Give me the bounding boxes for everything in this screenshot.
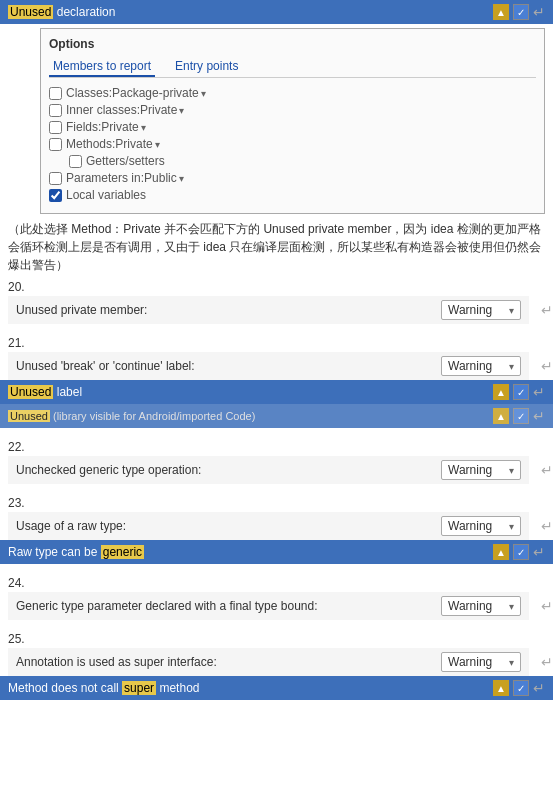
inspection-row-21-container: Unused 'break' or 'continue' label: Warn… <box>0 352 553 380</box>
declaration-text: declaration <box>57 5 116 19</box>
num-23: 23. <box>8 496 545 510</box>
checkbox-local-vars-input[interactable] <box>49 189 62 202</box>
checkbox-inner-classes-input[interactable] <box>49 104 62 117</box>
super-method-icons: ▲ ✓ <box>493 680 529 696</box>
fields-dropdown-arrow[interactable]: ▾ <box>141 122 146 133</box>
severity-select-24[interactable]: Warning ▾ <box>441 596 521 616</box>
warning-icon: ▲ <box>493 4 509 20</box>
checkbox-parameters: Parameters in:Public ▾ <box>49 171 536 185</box>
note-text: （此处选择 Method：Private 并不会匹配下方的 Unused pri… <box>8 220 545 274</box>
num-21: 21. <box>8 336 545 350</box>
inner-classes-dropdown-arrow[interactable]: ▾ <box>179 105 184 116</box>
checkbox-methods-label: Methods:Private ▾ <box>66 137 160 151</box>
options-tabs: Members to report Entry points <box>49 57 536 78</box>
inspection-label-25: Annotation is used as super interface: <box>16 655 441 669</box>
checkbox-fields: Fields:Private ▾ <box>49 120 536 134</box>
severity-arrow-23: ▾ <box>509 521 514 532</box>
severity-select-22[interactable]: Warning ▾ <box>441 460 521 480</box>
super-method-text: Method does not call super method <box>8 681 493 695</box>
checkbox-classes: Classes:Package-private ▾ <box>49 86 536 100</box>
num-22: 22. <box>8 440 545 454</box>
checkbox-getters-label: Getters/setters <box>86 154 165 168</box>
checkbox-classes-label: Classes:Package-private ▾ <box>66 86 206 100</box>
severity-value-21: Warning <box>448 359 492 373</box>
unused-label-text: Unused label <box>8 385 493 399</box>
enter-20: ↵ <box>541 302 553 318</box>
severity-select-23[interactable]: Warning ▾ <box>441 516 521 536</box>
inspection-row-23: Usage of a raw type: Warning ▾ <box>8 512 529 540</box>
parameters-dropdown-arrow[interactable]: ▾ <box>179 173 184 184</box>
super-prefix: Method does not call <box>8 681 122 695</box>
unused-highlight: Unused <box>8 5 53 19</box>
enter-25: ↵ <box>541 654 553 670</box>
inspection-row-24-container: Generic type parameter declared with a f… <box>0 592 553 620</box>
inspection-row-24: Generic type parameter declared with a f… <box>8 592 529 620</box>
tab-entry-points[interactable]: Entry points <box>171 57 242 77</box>
raw-type-icons: ▲ ✓ <box>493 544 529 560</box>
inspection-row-25: Annotation is used as super interface: W… <box>8 648 529 676</box>
warning-icon-3: ▲ <box>493 544 509 560</box>
enter-symbol-4: ↵ <box>533 680 545 696</box>
options-box: Options Members to report Entry points C… <box>40 28 545 214</box>
unused-sub-row: Unused (library visible for Android/impo… <box>0 404 553 428</box>
checkbox-fields-input[interactable] <box>49 121 62 134</box>
enter-21: ↵ <box>541 358 553 374</box>
checkbox-parameters-input[interactable] <box>49 172 62 185</box>
severity-select-21[interactable]: Warning ▾ <box>441 356 521 376</box>
warning-icon-4: ▲ <box>493 680 509 696</box>
methods-dropdown-arrow[interactable]: ▾ <box>155 139 160 150</box>
checkbox-local-vars: Local variables <box>49 188 536 202</box>
num-25: 25. <box>8 632 545 646</box>
severity-arrow-22: ▾ <box>509 465 514 476</box>
inspection-label-22: Unchecked generic type operation: <box>16 463 441 477</box>
severity-value-20: Warning <box>448 303 492 317</box>
inspection-row-20-container: Unused private member: Warning ▾ ↵ <box>0 296 553 324</box>
options-title: Options <box>49 37 536 51</box>
severity-value-25: Warning <box>448 655 492 669</box>
checkbox-classes-input[interactable] <box>49 87 62 100</box>
inspection-row-20: Unused private member: Warning ▾ <box>8 296 529 324</box>
warning-icon-sub: ▲ <box>493 408 509 424</box>
super-highlight: super <box>122 681 156 695</box>
enter-symbol: ↵ <box>533 4 545 20</box>
checkbox-inner-classes: Inner classes:Private ▾ <box>49 103 536 117</box>
top-row-icons: ▲ ✓ <box>493 4 529 20</box>
checkbox-methods-input[interactable] <box>49 138 62 151</box>
inspection-row-21: Unused 'break' or 'continue' label: Warn… <box>8 352 529 380</box>
classes-dropdown-arrow[interactable]: ▾ <box>201 88 206 99</box>
inspection-label-21: Unused 'break' or 'continue' label: <box>16 359 441 373</box>
enter-symbol-2: ↵ <box>533 384 545 400</box>
severity-value-24: Warning <box>448 599 492 613</box>
check-icon: ✓ <box>513 4 529 20</box>
checkbox-getters: Getters/setters <box>69 154 536 168</box>
generic-highlight: generic <box>101 545 144 559</box>
severity-arrow-25: ▾ <box>509 657 514 668</box>
severity-value-23: Warning <box>448 519 492 533</box>
inspection-label-24: Generic type parameter declared with a f… <box>16 599 441 613</box>
num-24: 24. <box>8 576 545 590</box>
raw-type-row: Raw type can be generic ▲ ✓ ↵ <box>0 540 553 564</box>
check-icon-3: ✓ <box>513 544 529 560</box>
unused-sub-icons: ▲ ✓ <box>493 408 529 424</box>
severity-select-20[interactable]: Warning ▾ <box>441 300 521 320</box>
enter-23: ↵ <box>541 518 553 534</box>
unused-sub-text: Unused (library visible for Android/impo… <box>8 410 493 422</box>
enter-symbol-sub: ↵ <box>533 408 545 424</box>
unused-label-highlight: Unused <box>8 385 53 399</box>
checkbox-parameters-label: Parameters in:Public ▾ <box>66 171 184 185</box>
checkbox-local-vars-label: Local variables <box>66 188 146 202</box>
severity-select-25[interactable]: Warning ▾ <box>441 652 521 672</box>
check-icon-sub: ✓ <box>513 408 529 424</box>
top-highlight-row: Unused declaration ▲ ✓ ↵ <box>0 0 553 24</box>
tab-members[interactable]: Members to report <box>49 57 155 77</box>
enter-symbol-3: ↵ <box>533 544 545 560</box>
severity-arrow-20: ▾ <box>509 305 514 316</box>
top-highlight-text: Unused declaration <box>8 5 493 19</box>
library-suffix: (library visible for Android/imported Co… <box>53 410 255 422</box>
num-20: 20. <box>8 280 545 294</box>
unused-sub-highlight: Unused <box>8 410 50 422</box>
checkbox-getters-input[interactable] <box>69 155 82 168</box>
inspection-label-20: Unused private member: <box>16 303 441 317</box>
raw-type-text: Raw type can be generic <box>8 545 493 559</box>
checkbox-methods: Methods:Private ▾ <box>49 137 536 151</box>
